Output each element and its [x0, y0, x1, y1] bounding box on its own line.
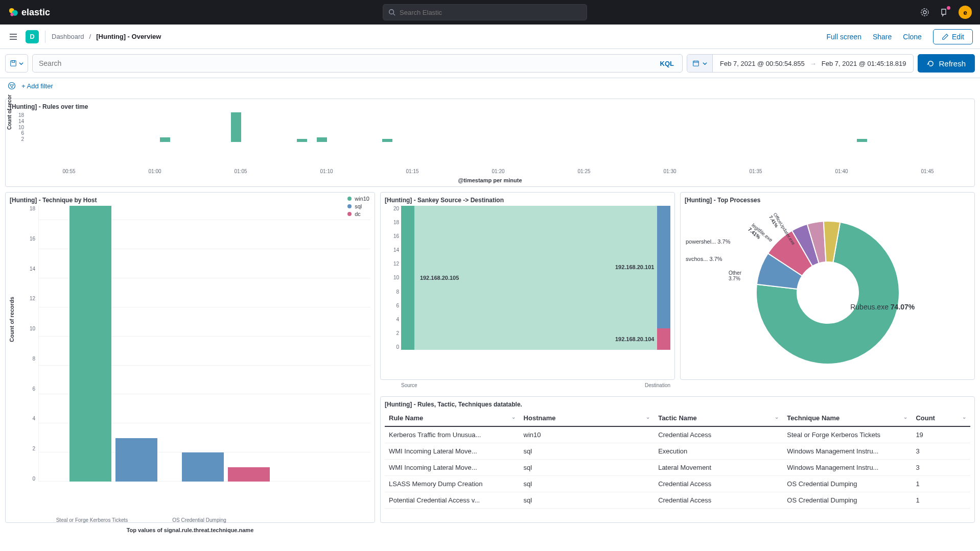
add-filter-button[interactable]: + Add filter	[21, 82, 53, 90]
sankey-dest-label: 192.168.20.101	[615, 264, 654, 270]
svg-point-5	[921, 9, 928, 16]
table-header[interactable]: Rule Name⌄	[385, 410, 520, 426]
table-header[interactable]: Technique Name⌄	[783, 410, 912, 426]
table-cell: OS Credential Dumping	[783, 475, 912, 492]
table-row[interactable]: WMI Incoming Lateral Move...sqlLateral M…	[385, 459, 970, 475]
panel-rules-table: [Hunting] - Rules, Tactic, Techniques da…	[380, 396, 975, 523]
table-cell: 3	[912, 459, 970, 475]
calendar-icon	[692, 60, 699, 67]
table-header[interactable]: Tactic Name⌄	[654, 410, 783, 426]
table-row[interactable]: Potential Credential Access v...sqlCrede…	[385, 492, 970, 508]
pencil-icon	[942, 33, 949, 40]
breadcrumb-sep: /	[89, 33, 91, 40]
search-icon	[388, 9, 395, 16]
chart-bar	[69, 206, 111, 482]
table-header[interactable]: Hostname⌄	[520, 410, 655, 426]
table-row[interactable]: Kerberos Traffic from Unusua...win10Cred…	[385, 426, 970, 443]
table-header[interactable]: Count⌄	[912, 410, 970, 426]
brand-logo[interactable]: elastic	[8, 7, 50, 18]
table-cell: WMI Incoming Lateral Move...	[385, 443, 520, 459]
breadcrumb-current: [Hunting] - Overview	[96, 33, 161, 40]
legend-item[interactable]: win10	[347, 196, 369, 202]
sankey-source-label: 192.168.20.105	[420, 275, 459, 281]
svg-point-10	[9, 83, 15, 89]
table-cell: Windows Management Instru...	[783, 443, 912, 459]
filter-bar: + Add filter	[0, 78, 980, 95]
panel-sankey: [Hunting] - Sankey Source -> Destination…	[380, 192, 675, 380]
panel-rules-over-time: [Hunting] - Rules over time Count of rec…	[5, 99, 975, 187]
query-input[interactable]	[39, 59, 658, 67]
global-header: elastic e	[0, 0, 980, 25]
sankey-chart: 02468101214161820 192.168.20.101192.168.…	[385, 206, 670, 379]
table-cell: Credential Access	[654, 426, 783, 443]
rules-table: Rule Name⌄Hostname⌄Tactic Name⌄Technique…	[385, 410, 970, 509]
date-picker[interactable]: Feb 7, 2021 @ 00:50:54.855 → Feb 7, 2021…	[687, 54, 914, 73]
table-cell: sql	[520, 443, 655, 459]
arrow-icon: →	[810, 60, 816, 67]
chart-bar	[231, 112, 241, 142]
table-cell: Credential Access	[654, 475, 783, 492]
disk-icon	[10, 60, 17, 67]
chart-bar	[297, 139, 307, 142]
sankey-source-label: Source	[401, 382, 417, 388]
date-from: Feb 7, 2021 @ 00:50:54.855	[720, 60, 805, 67]
date-quick-menu[interactable]	[687, 55, 713, 72]
user-avatar[interactable]: e	[959, 6, 972, 19]
panel-title: [Hunting] - Rules, Tactic, Techniques da…	[385, 401, 970, 408]
share-button[interactable]: Share	[873, 33, 892, 41]
full-screen-button[interactable]: Full screen	[826, 33, 861, 41]
table-cell: sql	[520, 459, 655, 475]
help-icon[interactable]	[920, 7, 930, 17]
nav-toggle-icon[interactable]	[7, 31, 19, 43]
date-range-display[interactable]: Feb 7, 2021 @ 00:50:54.855 → Feb 7, 2021…	[713, 60, 913, 67]
svg-point-2	[10, 13, 13, 16]
chart-bar	[160, 137, 170, 142]
global-search[interactable]	[383, 4, 587, 20]
svg-rect-9	[693, 61, 699, 66]
table-row[interactable]: WMI Incoming Lateral Move...sqlExecution…	[385, 443, 970, 459]
brand-text: elastic	[21, 7, 50, 18]
newsfeed-icon[interactable]	[939, 7, 949, 17]
divider	[45, 31, 45, 43]
refresh-button[interactable]: Refresh	[918, 54, 975, 73]
table-cell: Steal or Forge Kerberos Tickets	[783, 426, 912, 443]
donut-side-label: svchos... 3.7%	[686, 256, 722, 262]
table-cell: 19	[912, 426, 970, 443]
elastic-logo-icon	[8, 7, 18, 17]
x-axis-title: Top values of signal.rule.threat.techniq…	[10, 527, 370, 533]
filter-options-icon[interactable]	[7, 81, 16, 90]
table-cell: Execution	[654, 443, 783, 459]
table-row[interactable]: LSASS Memory Dump CreationsqlCredential …	[385, 475, 970, 492]
panel-technique-by-host: [Hunting] - Technique by Host win10sqldc…	[5, 192, 375, 523]
svg-rect-7	[11, 61, 16, 66]
donut-side-label: Other3.7%	[729, 270, 741, 281]
table-cell: Credential Access	[654, 492, 783, 508]
global-search-input[interactable]	[400, 9, 581, 16]
table-cell: Lateral Movement	[654, 459, 783, 475]
panel-top-processes: [Hunting] - Top Processes Rubeus.exe 74.…	[680, 192, 975, 380]
sankey-dest-label: Destination	[645, 382, 670, 388]
donut-side-label: powershel... 3.7%	[686, 238, 730, 245]
svg-point-6	[923, 11, 926, 14]
chevron-down-icon	[703, 61, 707, 66]
app-header: D Dashboard / [Hunting] - Overview Full …	[0, 25, 980, 49]
space-selector[interactable]: D	[26, 30, 39, 43]
refresh-icon	[927, 60, 935, 67]
edit-label: Edit	[952, 33, 964, 41]
edit-button[interactable]: Edit	[933, 29, 973, 44]
notification-dot-icon	[947, 6, 950, 10]
saved-query-menu[interactable]	[5, 54, 28, 73]
query-input-wrap[interactable]: KQL	[32, 54, 683, 73]
technique-by-host-chart: Count of records 024681012141618	[10, 206, 370, 517]
breadcrumb-root[interactable]: Dashboard	[52, 33, 84, 40]
table-cell: sql	[520, 475, 655, 492]
table-cell: 3	[912, 443, 970, 459]
table-cell: 1	[912, 475, 970, 492]
clone-button[interactable]: Clone	[903, 33, 922, 41]
chart-bar	[182, 452, 224, 482]
table-cell: sql	[520, 492, 655, 508]
sankey-dest-label: 192.168.20.104	[615, 336, 654, 342]
kql-toggle[interactable]: KQL	[658, 60, 676, 67]
y-axis-title: Count of recor	[7, 94, 12, 130]
svg-point-3	[389, 10, 394, 14]
